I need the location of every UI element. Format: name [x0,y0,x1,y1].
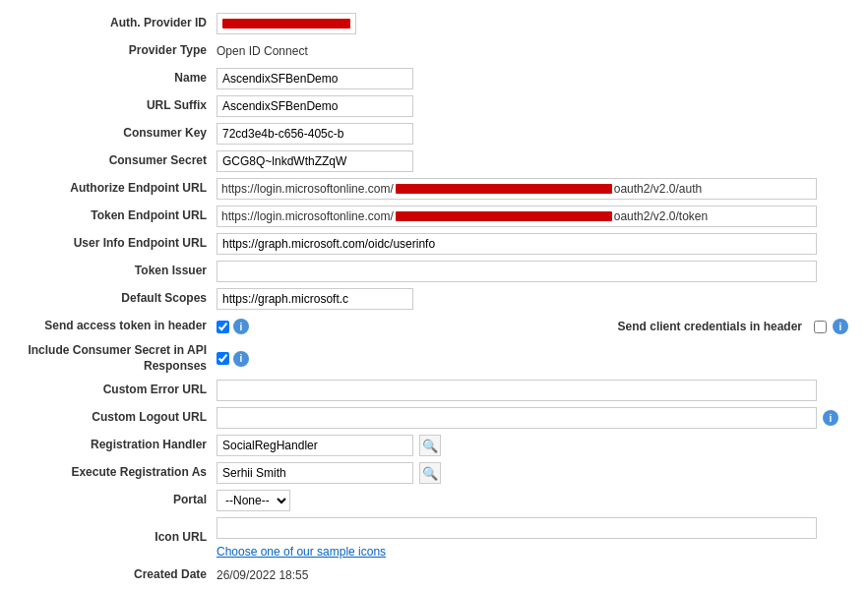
default-scopes-row: Default Scopes [0,285,868,313]
token-url-prefix: https://login.microsoftonline.com/ [221,209,394,223]
portal-value: --None-- [217,490,868,511]
default-scopes-value [217,288,868,310]
authorize-url-prefix: https://login.microsoftonline.com/ [221,182,394,196]
custom-logout-url-label: Custom Logout URL [0,410,217,426]
token-issuer-row: Token Issuer [0,258,868,285]
name-row: Name [0,65,868,92]
token-issuer-label: Token Issuer [0,264,217,279]
name-value [217,68,868,89]
include-consumer-secret-value: i [217,351,868,367]
url-suffix-value [217,95,868,117]
execute-registration-as-value: 🔍 [217,462,868,484]
token-issuer-input[interactable] [217,261,817,282]
custom-logout-url-row: Custom Logout URL i [0,404,868,432]
created-date-row: Created Date 26/09/2022 18:55 [0,561,868,589]
include-consumer-secret-label: Include Consumer Secret in API Responses [0,343,217,374]
token-endpoint-label: Token Endpoint URL [0,208,217,224]
consumer-key-row: Consumer Key [0,120,868,148]
portal-label: Portal [0,493,217,508]
provider-type-text: Open ID Connect [217,44,308,58]
consumer-secret-row: Consumer Secret [0,148,868,175]
send-access-token-label: Send access token in header [0,319,217,334]
provider-type-value: Open ID Connect [217,44,868,58]
token-endpoint-row: Token Endpoint URL https://login.microso… [0,203,868,230]
icon-url-input[interactable] [217,517,817,539]
url-suffix-label: URL Suffix [0,98,217,114]
include-consumer-secret-checkbox-wrap: i [217,351,249,367]
created-date-text: 26/09/2022 18:55 [217,568,308,582]
user-info-endpoint-value [217,233,868,255]
custom-error-url-value [217,380,868,401]
execute-registration-as-row: Execute Registration As 🔍 [0,459,868,487]
consumer-key-input[interactable] [217,123,413,145]
url-suffix-row: URL Suffix [0,92,868,120]
form-container: Auth. Provider ID Provider Type Open ID … [0,0,868,590]
provider-type-label: Provider Type [0,43,217,59]
execute-registration-as-label: Execute Registration As [0,465,217,481]
registration-handler-row: Registration Handler 🔍 [0,432,868,459]
auth-provider-id-label: Auth. Provider ID [0,16,217,31]
name-label: Name [0,71,217,87]
token-url-suffix: oauth2/v2.0/token [614,209,708,223]
custom-logout-url-info-icon[interactable]: i [823,410,838,426]
custom-logout-url-input[interactable] [217,407,817,429]
provider-type-row: Provider Type Open ID Connect [0,37,868,65]
portal-row: Portal --None-- [0,487,868,514]
include-consumer-secret-checkbox[interactable] [217,352,229,365]
registration-handler-value: 🔍 [217,435,868,456]
send-client-credentials-section: Send client credentials in header i [618,319,868,334]
token-endpoint-value: https://login.microsoftonline.com/ oauth… [217,206,868,227]
consumer-secret-label: Consumer Secret [0,153,217,169]
user-info-endpoint-label: User Info Endpoint URL [0,236,217,252]
send-client-credentials-label: Send client credentials in header [618,320,802,333]
send-access-token-row: Send access token in header i Send clien… [0,313,868,340]
registration-handler-label: Registration Handler [0,438,217,453]
send-access-token-checkbox-wrap: i [217,319,249,334]
auth-provider-id-redacted [222,19,350,29]
token-endpoint-input[interactable]: https://login.microsoftonline.com/ oauth… [217,206,817,227]
auth-provider-id-field [217,13,356,34]
send-client-credentials-info-icon[interactable]: i [833,319,848,334]
send-client-credentials-checkbox[interactable] [814,321,827,333]
authorize-url-redacted [396,184,612,194]
authorize-endpoint-row: Authorize Endpoint URL https://login.mic… [0,175,868,203]
icon-url-value: Choose one of our sample icons [217,517,868,559]
send-access-token-info-icon[interactable]: i [233,319,249,334]
execute-registration-as-lookup-icon[interactable]: 🔍 [419,462,441,484]
url-suffix-input[interactable] [217,95,413,117]
sample-icons-link[interactable]: Choose one of our sample icons [217,545,386,559]
execute-registration-as-input[interactable] [217,462,413,484]
token-url-redacted [396,211,612,221]
registration-handler-lookup-icon[interactable]: 🔍 [419,435,441,456]
auth-provider-id-row: Auth. Provider ID [0,10,868,37]
consumer-secret-value [217,150,868,172]
token-issuer-value [217,261,868,282]
icon-url-row: Icon URL Choose one of our sample icons [0,514,868,561]
authorize-endpoint-input[interactable]: https://login.microsoftonline.com/ oauth… [217,178,817,200]
consumer-secret-input[interactable] [217,150,413,172]
default-scopes-input[interactable] [217,288,413,310]
consumer-key-value [217,123,868,145]
icon-url-label: Icon URL [0,530,217,546]
authorize-endpoint-label: Authorize Endpoint URL [0,181,217,197]
include-consumer-secret-info-icon[interactable]: i [233,351,249,367]
send-access-token-checkbox[interactable] [217,321,229,333]
user-info-endpoint-input[interactable] [217,233,817,255]
default-scopes-label: Default Scopes [0,291,217,307]
authorize-endpoint-value: https://login.microsoftonline.com/ oauth… [217,178,868,200]
authorize-url-suffix: oauth2/v2.0/auth [614,182,702,196]
user-info-endpoint-row: User Info Endpoint URL [0,230,868,258]
auth-provider-id-value [217,13,868,34]
send-access-token-value: i Send client credentials in header i [217,319,868,334]
include-consumer-secret-row: Include Consumer Secret in API Responses… [0,340,868,377]
custom-error-url-row: Custom Error URL [0,377,868,404]
consumer-key-label: Consumer Key [0,126,217,142]
portal-select[interactable]: --None-- [217,490,290,511]
created-date-value: 26/09/2022 18:55 [217,568,868,582]
custom-error-url-input[interactable] [217,380,817,401]
registration-handler-input[interactable] [217,435,413,456]
name-input[interactable] [217,68,413,89]
custom-logout-url-value: i [217,407,868,429]
created-date-label: Created Date [0,567,217,583]
custom-error-url-label: Custom Error URL [0,383,217,398]
